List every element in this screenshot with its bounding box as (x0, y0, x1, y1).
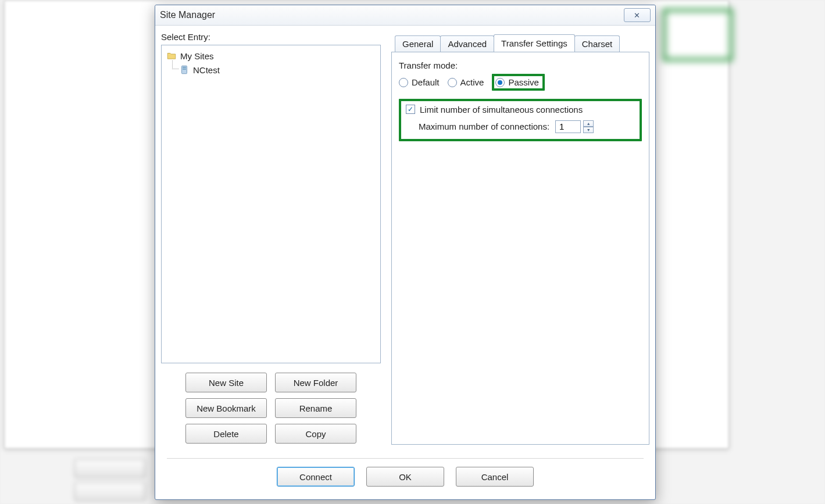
tree-item-nctest[interactable]: NCtest (164, 63, 378, 77)
rename-button[interactable]: Rename (275, 398, 356, 418)
tab-advanced[interactable]: Advanced (440, 35, 494, 52)
cancel-button[interactable]: Cancel (456, 467, 534, 487)
server-icon (179, 65, 190, 75)
connect-button[interactable]: Connect (277, 467, 355, 487)
tree-item-label: NCtest (193, 65, 220, 75)
svg-rect-1 (183, 67, 186, 68)
close-icon: ✕ (634, 11, 641, 20)
radio-active[interactable]: Active (448, 77, 484, 87)
folder-icon (166, 51, 177, 61)
max-connections-input[interactable] (555, 120, 581, 133)
new-site-button[interactable]: New Site (185, 373, 267, 392)
highlight-limit-connections: Limit number of simultaneous connections… (399, 99, 642, 141)
radio-icon (495, 78, 505, 87)
copy-button[interactable]: Copy (275, 424, 356, 444)
tab-transfer-settings[interactable]: Transfer Settings (494, 34, 575, 52)
delete-button[interactable]: Delete (185, 424, 267, 444)
radio-passive-label: Passive (508, 77, 539, 87)
spinner: ▲ ▼ (583, 120, 594, 133)
radio-icon (448, 78, 457, 87)
max-connections-row: Maximum number of connections: ▲ ▼ (419, 120, 635, 133)
max-connections-label: Maximum number of connections: (419, 121, 549, 131)
transfer-mode-radios: Default Active Passive (399, 74, 642, 91)
radio-active-label: Active (460, 77, 484, 87)
checkbox-icon (406, 105, 415, 114)
radio-default-label: Default (412, 77, 440, 87)
radio-default[interactable]: Default (399, 77, 440, 87)
highlight-passive: Passive (492, 74, 545, 91)
close-button[interactable]: ✕ (624, 8, 651, 22)
dialog-footer: Connect OK Cancel (167, 458, 644, 487)
radio-icon (399, 78, 408, 87)
checkbox-limit-label: Limit number of simultaneous connections (420, 105, 583, 115)
footer-divider (167, 458, 644, 459)
site-manager-dialog: Site Manager ✕ Select Entry: My Sites NC… (155, 5, 656, 500)
ok-button[interactable]: OK (366, 467, 444, 487)
transfer-settings-panel: Transfer mode: Default Active Passive (391, 52, 649, 445)
site-tree[interactable]: My Sites NCtest (161, 45, 381, 363)
new-folder-button[interactable]: New Folder (275, 373, 356, 392)
dialog-title: Site Manager (160, 10, 215, 20)
tree-root-label: My Sites (180, 51, 214, 61)
title-bar: Site Manager ✕ (155, 5, 655, 26)
spin-up-button[interactable]: ▲ (583, 120, 594, 127)
entry-buttons: New Site New Folder New Bookmark Rename … (185, 373, 356, 444)
tab-general[interactable]: General (395, 35, 441, 52)
spin-down-button[interactable]: ▼ (583, 127, 594, 133)
transfer-mode-label: Transfer mode: (399, 60, 642, 70)
tab-strip: General Advanced Transfer Settings Chars… (391, 34, 649, 52)
tab-charset[interactable]: Charset (574, 35, 620, 52)
radio-passive[interactable]: Passive (495, 77, 539, 87)
tree-root-my-sites[interactable]: My Sites (164, 49, 378, 63)
svg-rect-2 (183, 69, 186, 70)
new-bookmark-button[interactable]: New Bookmark (185, 398, 267, 418)
tabs-container: General Advanced Transfer Settings Chars… (391, 34, 649, 447)
checkbox-limit-connections[interactable]: Limit number of simultaneous connections (406, 105, 583, 115)
